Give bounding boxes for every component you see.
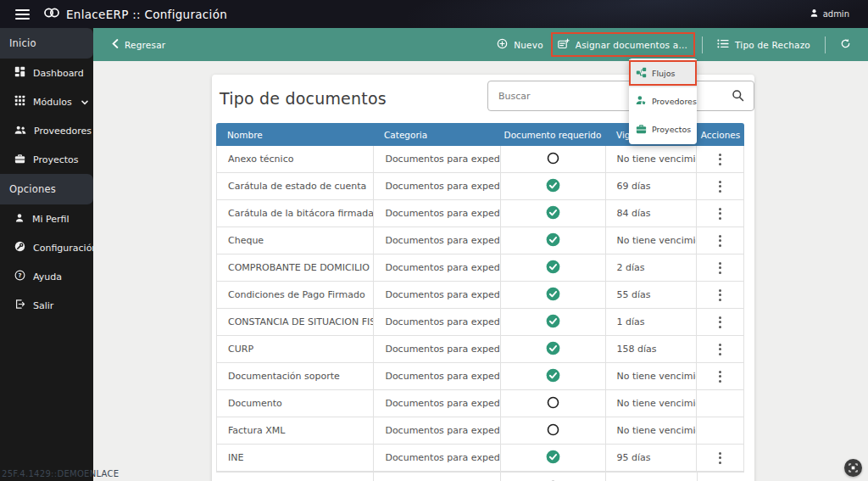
wrench-circle-icon <box>14 241 25 254</box>
sidebar: Inicio Dashboard Módulos Proveedores <box>0 28 93 481</box>
table-row: Documento Documentos para expediente No … <box>217 390 743 417</box>
cell-nombre: COMPROBANTE DE DOMICILIO <box>217 254 373 281</box>
cell-acciones <box>696 309 743 335</box>
cell-documento-requerido[interactable] <box>500 173 605 199</box>
kebab-menu-icon[interactable] <box>715 449 725 467</box>
dropdown-item-label: Proyectos <box>652 125 691 134</box>
qr-scan-icon <box>849 460 858 476</box>
briefcase-icon <box>636 124 647 136</box>
cell-categoria: Documentos para expediente <box>373 417 500 444</box>
dropdown-item-proyectos[interactable]: Proyectos <box>629 115 697 143</box>
check-circle-icon <box>546 205 560 222</box>
cell-vigencia: No tiene vencimiento <box>605 227 697 254</box>
sidebar-section-inicio: Inicio <box>0 28 93 59</box>
cell-acciones <box>696 173 743 199</box>
new-button[interactable]: Nuevo <box>497 38 543 51</box>
cell-documento-requerido[interactable] <box>500 254 605 281</box>
cell-vigencia: 2 días <box>605 254 697 281</box>
unchecked-circle-icon <box>547 396 559 411</box>
kebab-menu-icon[interactable] <box>715 313 725 332</box>
cell-vigencia: No tiene vencimiento <box>605 363 697 389</box>
refresh-button[interactable] <box>840 38 851 51</box>
dropdown-item-label: Flujos <box>652 69 676 78</box>
sidebar-item-label: Módulos <box>33 97 72 108</box>
cell-nombre: Carátula de la bitácora firmada (Unica) <box>217 200 373 227</box>
cell-documento-requerido[interactable] <box>500 390 605 417</box>
app-title: EnlaceERP :: Configuración <box>66 8 227 21</box>
cell-documento-requerido[interactable] <box>500 445 605 471</box>
kebab-menu-icon[interactable] <box>715 150 725 169</box>
refresh-icon <box>840 38 851 51</box>
sidebar-item-salir[interactable]: Salir <box>0 291 93 320</box>
table-row-partial <box>216 473 744 481</box>
cell-vigencia: 55 días <box>605 282 697 308</box>
toolbar-divider <box>825 36 826 53</box>
cell-documento-requerido[interactable] <box>500 417 605 444</box>
check-circle-icon <box>546 341 560 358</box>
sidebar-item-label: Configuración <box>33 243 97 254</box>
cell-nombre: Factura XML <box>217 417 373 444</box>
sidebar-item-proveedores[interactable]: Proveedores <box>0 116 93 145</box>
kebab-menu-icon[interactable] <box>715 259 725 277</box>
assign-documents-button[interactable]: Asignar documentos a... <box>558 38 687 51</box>
cell-documento-requerido[interactable] <box>500 200 605 227</box>
briefcase-icon <box>14 154 25 166</box>
cell-categoria: Documentos para expediente <box>373 390 500 417</box>
rejection-type-button[interactable]: Tipo de Rechazo <box>717 39 810 50</box>
cell-nombre: CONSTANCIA DE SITUACION FISCAL <box>217 309 373 335</box>
table-row: Carátula de la bitácora firmada (Unica) … <box>217 200 743 227</box>
kebab-menu-icon[interactable] <box>715 204 725 223</box>
top-app-bar: EnlaceERP :: Configuración admin <box>0 0 868 28</box>
cell-documento-requerido[interactable] <box>500 282 605 308</box>
brand: EnlaceERP :: Configuración <box>43 6 227 23</box>
kebab-menu-icon[interactable] <box>715 340 725 359</box>
col-header-acciones: Acciones <box>697 130 744 140</box>
cell-documento-requerido[interactable] <box>500 146 605 172</box>
sidebar-item-configuracion[interactable]: Configuración <box>0 233 93 262</box>
cell-vigencia: 69 días <box>605 173 697 199</box>
kebab-menu-icon[interactable] <box>715 177 725 196</box>
search-icon[interactable] <box>732 89 744 105</box>
cell-categoria: Documentos para expediente <box>373 146 500 172</box>
flow-tree-icon <box>636 67 647 80</box>
dropdown-item-provedores[interactable]: Provedores <box>629 87 697 115</box>
help-circle-icon: ? <box>14 270 25 283</box>
dashboard-icon <box>14 66 25 80</box>
kebab-menu-icon[interactable] <box>715 232 725 250</box>
dropdown-item-flujos[interactable]: Flujos <box>629 59 697 87</box>
cell-vigencia: 158 días <box>605 336 697 362</box>
sidebar-item-dashboard[interactable]: Dashboard <box>0 59 93 87</box>
logout-icon <box>14 299 25 312</box>
hamburger-icon[interactable] <box>15 9 30 20</box>
kebab-menu-icon[interactable] <box>715 286 725 305</box>
cell-documento-requerido[interactable] <box>500 309 605 335</box>
cell-documento-requerido[interactable] <box>500 363 605 389</box>
search-box <box>487 81 754 111</box>
sidebar-item-label: Proyectos <box>33 154 79 165</box>
cell-categoria: Documentos para expediente <box>373 173 500 199</box>
modules-grid-icon <box>14 95 25 109</box>
table-row: Anexo técnico Documentos para expediente… <box>217 146 743 173</box>
cell-nombre: Documentación soporte <box>217 363 373 389</box>
cell-nombre: CURP <box>217 336 373 362</box>
cell-nombre: Condiciones de Pago Firmado <box>217 282 373 308</box>
enlace-logo <box>43 6 60 23</box>
user-menu[interactable]: admin <box>810 0 849 28</box>
cell-categoria: Documentos para expediente <box>373 254 500 281</box>
floating-corner-button[interactable] <box>844 459 862 477</box>
sidebar-item-modulos[interactable]: Módulos <box>0 87 93 116</box>
cell-documento-requerido[interactable] <box>500 227 605 254</box>
sidebar-item-proyectos[interactable]: Proyectos <box>0 145 93 174</box>
check-circle-icon <box>546 260 560 277</box>
sidebar-item-ayuda[interactable]: ? Ayuda <box>0 262 93 291</box>
back-button[interactable]: Regresar <box>112 39 165 50</box>
username-label: admin <box>823 9 849 19</box>
cell-vigencia: 84 días <box>605 200 697 227</box>
table-row: Carátula de estado de cuenta Documentos … <box>217 173 743 200</box>
kebab-menu-icon[interactable] <box>715 367 725 386</box>
cell-documento-requerido[interactable] <box>500 336 605 362</box>
sidebar-item-mi-perfil[interactable]: Mi Perfil <box>0 204 93 233</box>
col-header-categoria: Categoria <box>373 130 500 140</box>
check-circle-icon <box>546 368 560 385</box>
table-row: Condiciones de Pago Firmado Documentos p… <box>217 282 743 309</box>
